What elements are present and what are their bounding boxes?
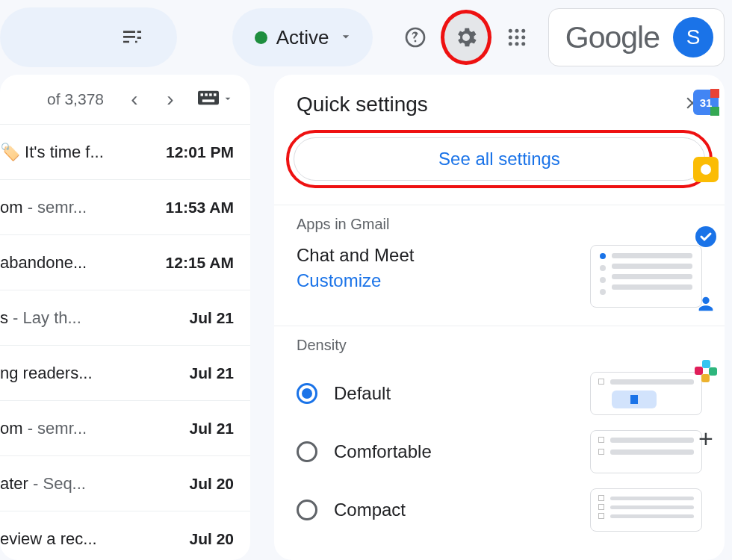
- density-label: Comfortable: [334, 441, 432, 462]
- svg-point-3: [509, 36, 512, 40]
- mail-time: Jul 21: [189, 420, 234, 438]
- mail-time: 11:53 AM: [166, 199, 234, 217]
- account-brand-box[interactable]: Google S: [548, 8, 725, 66]
- svg-rect-13: [214, 93, 217, 96]
- quick-settings-title: Quick settings: [297, 93, 428, 116]
- avatar-initial: S: [686, 25, 701, 49]
- mail-subject: om - semr...: [0, 419, 87, 438]
- chevron-down-icon: [222, 91, 234, 108]
- svg-rect-10: [201, 93, 204, 96]
- svg-point-5: [521, 36, 525, 40]
- density-option[interactable]: Default: [274, 364, 725, 423]
- density-section-label: Density: [274, 326, 725, 364]
- svg-point-8: [521, 42, 525, 46]
- mail-time: Jul 20: [189, 530, 234, 548]
- svg-point-6: [509, 42, 512, 46]
- input-tools-button[interactable]: [198, 90, 234, 109]
- radio-button[interactable]: [297, 383, 317, 404]
- mail-row[interactable]: 🏷️ It's time f...12:01 PM: [0, 124, 250, 179]
- see-all-settings-label: See all settings: [438, 149, 560, 169]
- keep-icon: [693, 157, 719, 182]
- avatar[interactable]: S: [673, 17, 713, 57]
- mail-time: Jul 20: [189, 475, 234, 493]
- tasks-app-button[interactable]: [692, 223, 720, 251]
- keep-app-button[interactable]: [692, 155, 720, 184]
- mail-time: Jul 21: [189, 364, 234, 382]
- mail-subject: s - Lay th...: [0, 308, 81, 328]
- mail-list-panel: of 3,378 ‹ › 🏷️ It's time f...12:01 PMom…: [0, 75, 250, 560]
- radio-button[interactable]: [297, 500, 317, 520]
- density-label: Compact: [334, 500, 406, 520]
- svg-point-7: [515, 42, 519, 46]
- header-bar: Active Google S: [0, 0, 732, 75]
- mail-row[interactable]: ater - Seq...Jul 20: [0, 455, 250, 511]
- density-preview: [590, 488, 702, 532]
- svg-rect-12: [209, 93, 212, 96]
- google-logo-text: Google: [565, 20, 660, 55]
- chat-meet-title: Chat and Meet: [297, 245, 414, 266]
- help-button[interactable]: [398, 18, 433, 57]
- svg-point-1: [515, 29, 519, 33]
- mail-time: Jul 21: [189, 309, 234, 327]
- svg-point-4: [515, 36, 519, 40]
- keyboard-icon: [198, 90, 219, 109]
- mail-subject: 🏷️ It's time f...: [0, 143, 104, 162]
- mail-row[interactable]: om - semr...Jul 21: [0, 400, 250, 455]
- side-panel-rail: 31 +: [680, 88, 732, 452]
- settings-button[interactable]: [444, 13, 488, 62]
- slack-icon: [695, 360, 717, 382]
- calendar-icon: 31: [693, 90, 719, 115]
- slack-app-button[interactable]: [692, 357, 720, 385]
- contacts-icon: [695, 293, 716, 314]
- mail-row[interactable]: ng readers...Jul 21: [0, 345, 250, 400]
- plus-icon: +: [698, 424, 713, 453]
- svg-rect-11: [205, 93, 208, 96]
- density-label: Default: [334, 383, 391, 404]
- status-label: Active: [276, 26, 329, 49]
- quick-settings-panel: Quick settings See all settings Apps in …: [274, 75, 725, 560]
- status-chip[interactable]: Active: [232, 8, 373, 66]
- add-app-button[interactable]: +: [692, 424, 720, 452]
- calendar-app-button[interactable]: 31: [692, 88, 720, 116]
- svg-point-0: [509, 29, 512, 33]
- mail-subject: eview a rec...: [0, 529, 97, 549]
- mail-row[interactable]: om - semr...11:53 AM: [0, 179, 250, 234]
- svg-point-2: [521, 29, 525, 33]
- apps-section-label: Apps in Gmail: [274, 205, 725, 243]
- contacts-app-button[interactable]: [692, 290, 720, 318]
- next-page-button[interactable]: ›: [158, 87, 183, 111]
- customize-link[interactable]: Customize: [297, 270, 414, 291]
- mail-list-toolbar: of 3,378 ‹ ›: [0, 75, 250, 124]
- google-apps-button[interactable]: [499, 18, 534, 57]
- page-count: of 3,378: [47, 90, 104, 108]
- highlight-box: See all settings: [286, 130, 713, 188]
- search-container[interactable]: [0, 7, 177, 67]
- mail-time: 12:15 AM: [166, 254, 234, 272]
- svg-rect-14: [202, 99, 214, 102]
- radio-button[interactable]: [297, 441, 317, 462]
- see-all-settings-button[interactable]: See all settings: [294, 137, 705, 181]
- chevron-down-icon: [338, 26, 353, 49]
- mail-row[interactable]: eview a rec...Jul 20: [0, 511, 250, 560]
- mail-row[interactable]: abandone...12:15 AM: [0, 234, 250, 290]
- mail-subject: om - semr...: [0, 198, 87, 217]
- status-dot-icon: [255, 31, 267, 44]
- search-options-icon[interactable]: [120, 24, 144, 51]
- density-option[interactable]: Comfortable: [274, 423, 725, 481]
- mail-subject: ng readers...: [0, 364, 93, 383]
- mail-subject: abandone...: [0, 253, 87, 273]
- density-option[interactable]: Compact: [274, 481, 725, 539]
- tasks-icon: [694, 225, 718, 249]
- prev-page-button[interactable]: ‹: [122, 87, 147, 111]
- mail-time: 12:01 PM: [166, 143, 234, 161]
- svg-rect-9: [198, 90, 219, 105]
- mail-subject: ater - Seq...: [0, 474, 86, 494]
- mail-row[interactable]: s - Lay th...Jul 21: [0, 290, 250, 345]
